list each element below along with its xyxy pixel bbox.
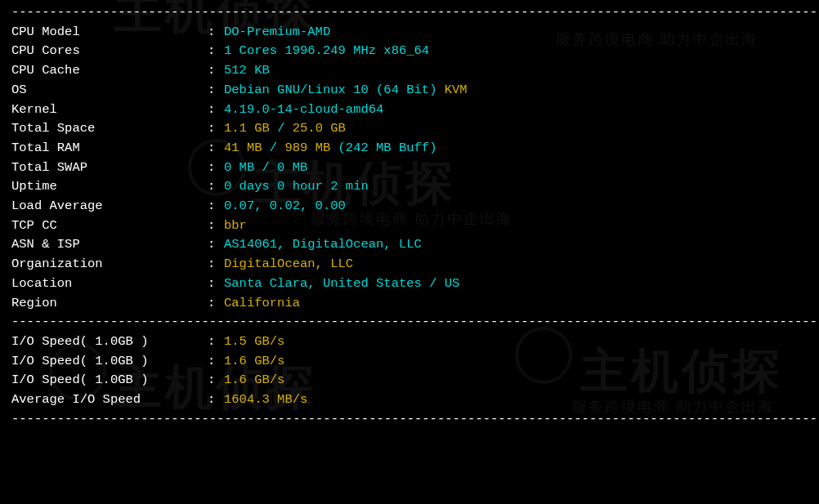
info-row: CPU Cache : 512 KB <box>0 61 819 81</box>
row-value: bbr <box>224 216 808 236</box>
row-label: ASN & ISP <box>11 235 208 255</box>
info-row: Total Space : 1.1 GB / 25.0 GB <box>0 119 819 139</box>
info-row: TCP CC : bbr <box>0 216 819 236</box>
colon: : <box>208 197 224 216</box>
colon: : <box>208 332 224 352</box>
row-value: 512 KB <box>224 61 808 81</box>
colon: : <box>208 235 224 255</box>
row-value: Debian GNU/Linux 10 (64 Bit) KVM <box>224 81 808 100</box>
info-row: Total RAM : 41 MB / 989 MB (242 MB Buff) <box>0 139 819 158</box>
info-row: Region : California <box>0 294 819 314</box>
row-label: TCP CC <box>11 216 208 236</box>
row-label: Uptime <box>11 177 208 197</box>
row-label: OS <box>11 81 208 100</box>
colon: : <box>208 139 224 158</box>
row-label: Average I/O Speed <box>11 390 208 410</box>
row-label: I/O Speed( 1.0GB ) <box>11 371 208 390</box>
row-value: 1.6 GB/s <box>224 352 808 372</box>
info-row: CPU Model : DO-Premium-AMD <box>0 23 819 42</box>
separator-line: ----------------------------------------… <box>0 410 819 430</box>
colon: : <box>208 294 224 314</box>
info-row: ASN & ISP : AS14061, DigitalOcean, LLC <box>0 235 819 255</box>
colon: : <box>208 177 224 197</box>
row-value: DO-Premium-AMD <box>224 23 808 42</box>
colon: : <box>208 100 224 120</box>
colon: : <box>208 352 224 372</box>
info-row: Load Average : 0.07, 0.02, 0.00 <box>0 197 819 216</box>
row-label: CPU Cores <box>11 42 208 61</box>
info-row: Average I/O Speed : 1604.3 MB/s <box>0 390 819 410</box>
row-value: DigitalOcean, LLC <box>224 255 808 274</box>
row-value: 4.19.0-14-cloud-amd64 <box>224 100 808 120</box>
row-value: 0.07, 0.02, 0.00 <box>224 197 808 216</box>
row-label: Location <box>11 274 208 294</box>
row-label: Region <box>11 294 208 314</box>
separator-line: ----------------------------------------… <box>0 313 819 332</box>
colon: : <box>208 81 224 100</box>
row-label: Total RAM <box>11 139 208 158</box>
colon: : <box>208 23 224 42</box>
row-value: 0 MB / 0 MB <box>224 158 808 178</box>
row-value: AS14061, DigitalOcean, LLC <box>224 235 808 255</box>
row-label: Total SWAP <box>11 158 208 178</box>
info-row: Kernel : 4.19.0-14-cloud-amd64 <box>0 100 819 120</box>
row-label: CPU Cache <box>11 61 208 81</box>
row-label: Organization <box>11 255 208 274</box>
io-speed-section: I/O Speed( 1.0GB ) : 1.5 GB/sI/O Speed( … <box>0 332 819 410</box>
colon: : <box>208 216 224 236</box>
row-label: I/O Speed( 1.0GB ) <box>11 332 208 352</box>
row-value: 1604.3 MB/s <box>224 390 808 410</box>
colon: : <box>208 390 224 410</box>
row-value: 1.1 GB / 25.0 GB <box>224 119 808 139</box>
row-value: 1.6 GB/s <box>224 371 808 390</box>
separator-line: ----------------------------------------… <box>0 3 819 23</box>
row-value: 1.5 GB/s <box>224 332 808 352</box>
info-row: Uptime : 0 days 0 hour 2 min <box>0 177 819 197</box>
info-row: Total SWAP : 0 MB / 0 MB <box>0 158 819 178</box>
row-value: 1 Cores 1996.249 MHz x86_64 <box>224 42 808 61</box>
row-label: Total Space <box>11 119 208 139</box>
row-label: I/O Speed( 1.0GB ) <box>11 352 208 372</box>
info-row: Location : Santa Clara, United States / … <box>0 274 819 294</box>
info-row: I/O Speed( 1.0GB ) : 1.6 GB/s <box>0 371 819 390</box>
info-row: CPU Cores : 1 Cores 1996.249 MHz x86_64 <box>0 42 819 61</box>
terminal-output: ----------------------------------------… <box>0 3 819 429</box>
system-info-section: CPU Model : DO-Premium-AMDCPU Cores : 1 … <box>0 23 819 314</box>
colon: : <box>208 371 224 390</box>
colon: : <box>208 42 224 61</box>
row-value: 41 MB / 989 MB (242 MB Buff) <box>224 139 808 158</box>
colon: : <box>208 274 224 294</box>
colon: : <box>208 61 224 81</box>
row-label: Load Average <box>11 197 208 216</box>
row-label: Kernel <box>11 100 208 120</box>
info-row: Organization : DigitalOcean, LLC <box>0 255 819 274</box>
info-row: I/O Speed( 1.0GB ) : 1.6 GB/s <box>0 352 819 372</box>
colon: : <box>208 158 224 178</box>
colon: : <box>208 119 224 139</box>
info-row: OS : Debian GNU/Linux 10 (64 Bit) KVM <box>0 81 819 100</box>
row-value: Santa Clara, United States / US <box>224 274 808 294</box>
row-value: California <box>224 294 808 314</box>
colon: : <box>208 255 224 274</box>
info-row: I/O Speed( 1.0GB ) : 1.5 GB/s <box>0 332 819 352</box>
row-value: 0 days 0 hour 2 min <box>224 177 808 197</box>
row-label: CPU Model <box>11 23 208 42</box>
